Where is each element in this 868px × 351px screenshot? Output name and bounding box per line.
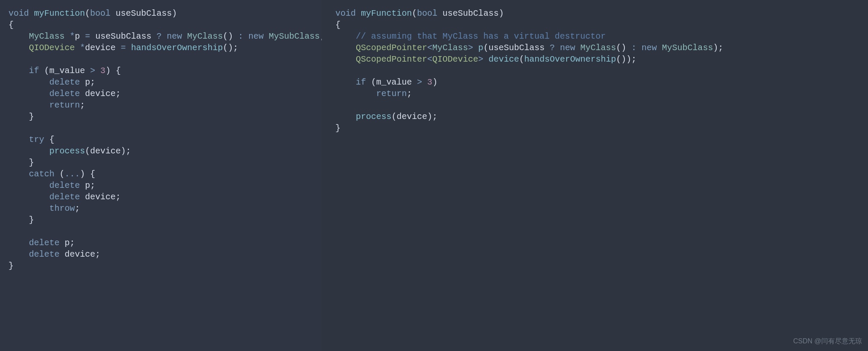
code-token: () [223, 31, 233, 41]
code-token [80, 77, 85, 87]
code-token: ( [39, 66, 49, 76]
code-token: delete [29, 238, 60, 248]
code-token [9, 169, 29, 179]
code-token: } [9, 112, 34, 122]
code-token [422, 77, 427, 87]
code-token: void [335, 8, 356, 18]
code-token: ); [713, 43, 723, 53]
code-token: delete [29, 249, 60, 259]
code-token: } [9, 261, 14, 271]
code-token: MyClass [29, 31, 65, 41]
code-token: p [85, 77, 90, 87]
code-token: { [44, 135, 54, 144]
code-token [9, 66, 29, 76]
code-token: useSubClass [488, 43, 545, 53]
code-token: useSubClass [443, 8, 499, 18]
code-token: MyClass [187, 31, 223, 41]
code-token [90, 31, 95, 41]
code-token [545, 43, 550, 53]
code-token: device [85, 89, 116, 99]
code-token: if [29, 66, 39, 76]
code-token: device [397, 112, 427, 122]
code-token: throw [49, 204, 75, 213]
code-token [335, 77, 356, 87]
code-token: ( [54, 169, 65, 179]
code-token: useSubClass [116, 8, 172, 18]
code-token [60, 238, 65, 248]
code-token [75, 43, 80, 53]
code-token [9, 77, 49, 87]
code-token: ( [412, 8, 417, 18]
left-line: } [9, 157, 313, 168]
code-token [9, 31, 29, 41]
code-token [126, 43, 131, 53]
code-token: MySubClass [662, 43, 713, 53]
code-token [483, 54, 488, 64]
right-line: void myFunction(bool useSubClass) [335, 8, 859, 19]
code-token: : [631, 43, 636, 53]
code-token: ; [116, 192, 121, 202]
code-token [9, 181, 49, 190]
code-token: ) [499, 8, 504, 18]
code-token: delete [49, 181, 80, 190]
left-line: { [9, 19, 313, 31]
code-token [575, 43, 580, 53]
split-view: void myFunction(bool useSubClass){ MyCla… [0, 0, 868, 351]
code-token: ; [407, 89, 412, 99]
code-token [473, 43, 478, 53]
left-line: delete p; [9, 180, 313, 191]
code-token: myFunction [34, 8, 85, 18]
code-token: = [121, 43, 126, 53]
code-token: { [335, 20, 340, 30]
left-line: delete p; [9, 76, 313, 88]
code-token [335, 54, 356, 64]
code-token: MyClass [580, 43, 616, 53]
left-line: return; [9, 99, 313, 111]
code-token [85, 66, 90, 76]
code-token: ? [156, 31, 162, 41]
code-token: MyClass [432, 43, 468, 53]
code-token: // assuming that MyClass has a virtual d… [356, 31, 606, 41]
code-token: ; [75, 204, 80, 213]
code-token: > [478, 54, 483, 64]
code-token [264, 31, 269, 41]
code-token [80, 192, 85, 202]
right-line [335, 99, 859, 111]
right-line: process(device); [335, 111, 859, 122]
code-token: try [29, 135, 44, 144]
code-token: > [468, 43, 473, 53]
code-token: = [85, 31, 90, 41]
code-token: * [70, 31, 75, 41]
left-line: MyClass *p = useSubClass ? new MyClass()… [9, 31, 313, 42]
left-line: QIODevice *device = handsOverOwnership()… [9, 42, 313, 54]
code-token: ()); [616, 54, 636, 64]
code-token: ; [70, 238, 75, 248]
code-token: ( [366, 77, 376, 87]
code-token [9, 89, 49, 99]
code-token [60, 249, 65, 259]
code-token [636, 43, 641, 53]
code-token: bool [417, 8, 437, 18]
code-token: m_value [49, 66, 85, 76]
code-token: new [167, 31, 182, 41]
code-token [356, 8, 361, 18]
code-token: } [335, 123, 340, 133]
code-token: (); [223, 43, 238, 53]
code-token [335, 112, 356, 122]
code-token: device [85, 43, 116, 53]
code-token: } [9, 158, 34, 167]
code-token: < [427, 54, 432, 64]
left-line: throw; [9, 203, 313, 214]
code-token: ) { [80, 169, 95, 179]
code-token: device [85, 192, 116, 202]
code-token: p [75, 31, 80, 41]
left-line: process(device); [9, 145, 313, 157]
code-token: MySubClass [269, 31, 320, 41]
code-token: return [49, 100, 80, 110]
left-line: try { [9, 134, 313, 145]
code-token: < [427, 43, 432, 53]
code-token [657, 43, 662, 53]
code-token: myFunction [361, 8, 412, 18]
code-token: 3 [427, 77, 432, 87]
code-token [9, 100, 49, 110]
